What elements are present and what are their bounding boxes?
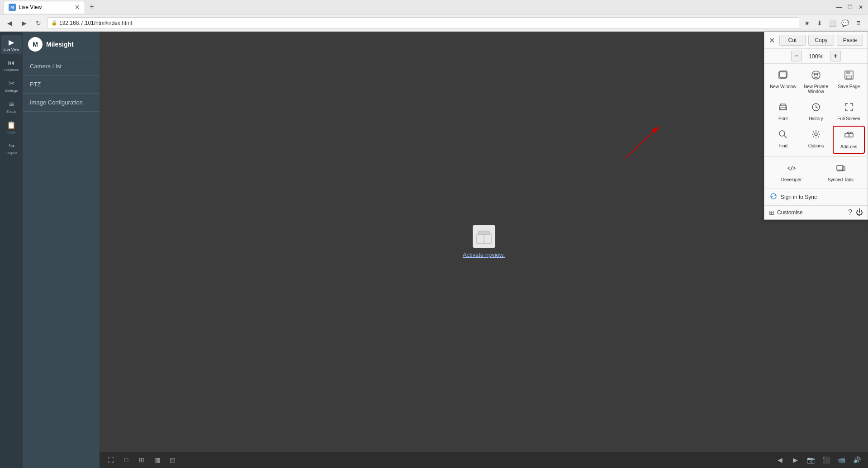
multi-view-btn[interactable]: ▦ (151, 454, 163, 466)
sidebar-item-playback[interactable]: ⏮ Playback (1, 56, 22, 75)
save-page-icon (844, 70, 854, 82)
menu-edit-row: ✕ Cut Copy Paste (764, 32, 868, 49)
quad-view-btn[interactable]: ⊞ (136, 454, 147, 466)
tab-favicon: M (9, 4, 16, 11)
download-icon[interactable]: ⬇ (815, 18, 825, 28)
active-tab[interactable]: M Live View ✕ (4, 1, 85, 14)
list-view-btn[interactable]: ▤ (166, 454, 178, 466)
menu-find[interactable]: Find (767, 126, 799, 154)
sidebar-item-liveview[interactable]: ▶ Live View (1, 35, 22, 54)
menu-close-icon[interactable]: ✕ (769, 36, 775, 45)
svg-point-15 (779, 131, 785, 136)
tab-switch-icon[interactable]: ⬜ (827, 18, 837, 28)
options-icon (811, 129, 821, 142)
menu-add-ons[interactable]: Add-ons (833, 126, 865, 154)
address-icons: ★ ⬇ ⬜ 💬 ≡ (802, 17, 864, 29)
nav-ptz[interactable]: PTZ (23, 76, 100, 94)
sidebar-item-status[interactable]: ≋ Status (1, 97, 22, 116)
address-bar-row: ◀ ▶ ↻ 🔒 192.168.7.101/html/index.html ★ … (0, 14, 868, 32)
lock-icon: 🔒 (51, 20, 57, 26)
svg-point-13 (785, 107, 786, 108)
menu-save-page[interactable]: Save Page (833, 66, 865, 98)
address-bar[interactable]: 🔒 192.168.7.101/html/index.html (47, 17, 799, 29)
help-icon[interactable]: ? (848, 208, 852, 217)
nav-image-config[interactable]: Image Configuration (23, 94, 100, 112)
svg-rect-18 (845, 133, 849, 137)
svg-rect-9 (846, 71, 850, 74)
close-button[interactable]: ✕ (857, 4, 864, 11)
settings-icon: ✂ (9, 79, 14, 88)
secondary-sidebar: M Milesight Camera List PTZ Image Config… (23, 32, 100, 468)
history-icon (811, 102, 821, 114)
svg-point-17 (815, 133, 817, 136)
share-icon[interactable]: 💬 (840, 18, 850, 28)
sidebar-item-logs[interactable]: 📋 Logs (1, 118, 22, 137)
prev-btn[interactable]: ◀ (774, 454, 786, 466)
menu-synced-tabs[interactable]: Synced Tabs (816, 160, 865, 186)
bottom-icons: ? ⏻ (848, 208, 863, 217)
window-controls: — ❐ ✕ (835, 4, 864, 11)
customise-item[interactable]: ⊞ Customise (769, 209, 845, 216)
menu-print[interactable]: Print (767, 99, 799, 125)
cut-button[interactable]: Cut (779, 35, 806, 46)
bookmark-icon[interactable]: ★ (802, 18, 812, 28)
restore-button[interactable]: ❐ (846, 4, 854, 11)
new-private-window-label: New Private Window (802, 84, 830, 94)
fullscreen-btn[interactable]: ⛶ (105, 454, 117, 466)
record-icon[interactable]: ⬛ (820, 454, 832, 466)
main-viewport: Activate npview. ⛶ □ ⊞ ▦ ▤ ◀ ▶ 📷 ⬛ 📹 🔊 (100, 32, 868, 468)
menu-options[interactable]: Options (800, 126, 832, 154)
menu-full-screen[interactable]: Full Screen (833, 99, 865, 125)
new-private-window-icon (811, 70, 821, 82)
sign-in-item[interactable]: Sign in to Sync (764, 189, 868, 205)
svg-line-16 (784, 136, 787, 138)
menu-developer[interactable]: Developer (767, 160, 816, 186)
bottom-toolbar: ⛶ □ ⊞ ▦ ▤ ◀ ▶ 📷 ⬛ 📹 🔊 (100, 452, 868, 468)
zoom-out-button[interactable]: − (791, 51, 802, 61)
forward-button[interactable]: ▶ (18, 17, 30, 29)
audio-btn[interactable]: 🔊 (851, 454, 863, 466)
sidebar-item-logout[interactable]: ↪ Logout (1, 139, 22, 158)
new-tab-button[interactable]: + (87, 2, 97, 12)
menu-history[interactable]: History (800, 99, 832, 125)
settings-label: Settings (5, 89, 18, 93)
tab-title: Live View (19, 4, 42, 10)
customise-icon: ⊞ (769, 209, 774, 216)
power-icon[interactable]: ⏻ (856, 208, 863, 217)
logs-label: Logs (7, 130, 15, 134)
copy-button[interactable]: Copy (808, 35, 835, 46)
refresh-button[interactable]: ↻ (33, 17, 44, 29)
menu-bottom-bar: ⊞ Customise ? ⏻ (764, 205, 868, 219)
menu-new-window[interactable]: New Window (767, 66, 799, 98)
svg-rect-12 (781, 108, 785, 109)
svg-rect-10 (846, 76, 852, 79)
snapshot-icon[interactable]: 📷 (805, 454, 816, 466)
print-label: Print (778, 116, 788, 121)
menu-new-private-window[interactable]: New Private Window (800, 66, 832, 98)
single-view-btn[interactable]: □ (120, 454, 132, 466)
camera-btn[interactable]: 📹 (835, 454, 847, 466)
sync-icon (770, 193, 777, 201)
add-ons-icon (844, 130, 854, 142)
address-text: 192.168.7.101/html/index.html (59, 20, 132, 26)
save-page-label: Save Page (838, 84, 860, 89)
minimize-button[interactable]: — (835, 4, 843, 11)
next-btn[interactable]: ▶ (789, 454, 801, 466)
sidebar-item-settings[interactable]: ✂ Settings (1, 76, 22, 95)
back-button[interactable]: ◀ (4, 17, 15, 29)
new-window-icon (778, 70, 788, 82)
find-label: Find (779, 143, 787, 148)
synced-tabs-label: Synced Tabs (828, 177, 854, 182)
activate-link[interactable]: Activate npview. (463, 251, 505, 258)
developer-label: Developer (781, 177, 802, 182)
playback-icon: ⏮ (8, 59, 15, 67)
paste-button[interactable]: Paste (837, 35, 863, 46)
nav-camera-list[interactable]: Camera List (23, 57, 100, 76)
zoom-in-button[interactable]: + (830, 51, 841, 61)
menu-button[interactable]: ≡ (853, 17, 864, 29)
tab-close-button[interactable]: ✕ (75, 4, 80, 11)
options-label: Options (808, 143, 824, 148)
firefox-menu: ✕ Cut Copy Paste − 100% + New Window New… (764, 32, 868, 220)
print-icon (778, 102, 788, 114)
logout-label: Logout (6, 151, 17, 155)
